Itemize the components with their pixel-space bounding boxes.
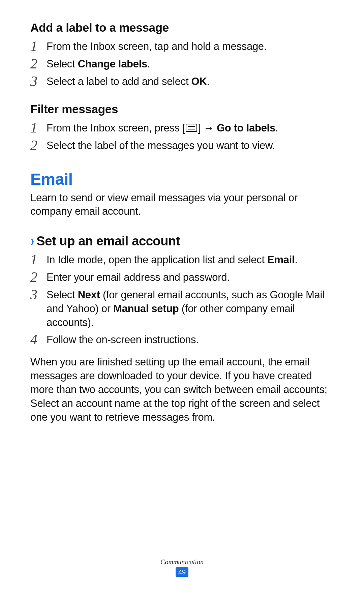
list-item: 3 Select Next (for general email account…: [30, 288, 334, 330]
footer-section-name: Communication: [0, 558, 364, 566]
step-number: 2: [30, 57, 47, 71]
chevron-right-icon: ›: [31, 233, 34, 249]
heading-add-label: Add a label to a message: [30, 20, 334, 35]
list-item: 1 From the Inbox screen, press [ ] → Go …: [30, 121, 334, 136]
step-number: 2: [30, 138, 47, 152]
text-bold: Manual setup: [113, 303, 179, 315]
text-bold: Go to labels: [217, 122, 275, 134]
text-bold: OK: [191, 76, 207, 87]
text-run: Select: [47, 289, 78, 301]
step-text: Select a label to add and select OK.: [47, 75, 210, 89]
list-item: 2 Enter your email address and password.: [30, 271, 334, 285]
heading-email: Email: [30, 170, 334, 188]
text-run: .: [275, 122, 278, 134]
step-number: 3: [30, 74, 47, 88]
manual-page: Add a label to a message 1 From the Inbo…: [0, 0, 364, 597]
step-text: Select the label of the messages you wan…: [47, 139, 275, 153]
text-run: Select: [47, 58, 78, 70]
step-number: 1: [30, 121, 47, 135]
text-bold: Next: [78, 289, 100, 301]
list-item: 3 Select a label to add and select OK.: [30, 75, 334, 89]
step-text: Select Change labels.: [47, 57, 150, 71]
text-run: ] →: [198, 122, 217, 134]
text-run: .: [207, 76, 209, 87]
step-text: Select Next (for general email accounts,…: [47, 288, 334, 330]
list-item: 2 Select Change labels.: [30, 57, 334, 71]
step-number: 1: [30, 252, 47, 267]
step-text: Follow the on-screen instructions.: [47, 333, 199, 347]
text-run: Select a label to add and select: [47, 76, 191, 87]
page-footer: Communication 49: [0, 558, 364, 577]
list-item: 2 Select the label of the messages you w…: [30, 139, 334, 153]
page-number-badge: 49: [176, 567, 188, 577]
heading-filter: Filter messages: [30, 102, 334, 117]
step-number: 1: [30, 39, 47, 53]
heading-text: Set up an email account: [36, 234, 180, 248]
text-bold: Email: [267, 254, 295, 266]
text-run: From the Inbox screen, press [: [47, 122, 185, 134]
list-item: 1 In Idle mode, open the application lis…: [30, 253, 334, 267]
heading-setup: › Set up an email account: [30, 234, 334, 248]
step-text: From the Inbox screen, press [ ] → Go to…: [47, 121, 278, 135]
text-run: In Idle mode, open the application list …: [47, 254, 267, 266]
list-item: 1 From the Inbox screen, tap and hold a …: [30, 40, 334, 54]
step-text: In Idle mode, open the application list …: [47, 253, 298, 267]
svg-rect-0: [186, 124, 197, 131]
text-run: .: [147, 58, 150, 70]
step-number: 2: [30, 270, 47, 284]
list-item: 4 Follow the on-screen instructions.: [30, 333, 334, 347]
menu-icon: [186, 124, 197, 132]
steps-filter: 1 From the Inbox screen, press [ ] → Go …: [30, 121, 334, 153]
paragraph: When you are finished setting up the ema…: [30, 355, 334, 424]
step-number: 4: [30, 332, 47, 347]
text-run: .: [295, 254, 297, 266]
text-bold: Change labels: [78, 58, 147, 70]
paragraph: Learn to send or view email messages via…: [30, 191, 334, 219]
step-text: From the Inbox screen, tap and hold a me…: [47, 40, 267, 54]
steps-add-label: 1 From the Inbox screen, tap and hold a …: [30, 40, 334, 89]
step-number: 3: [30, 288, 47, 302]
steps-setup: 1 In Idle mode, open the application lis…: [30, 253, 334, 347]
step-text: Enter your email address and password.: [47, 271, 230, 285]
